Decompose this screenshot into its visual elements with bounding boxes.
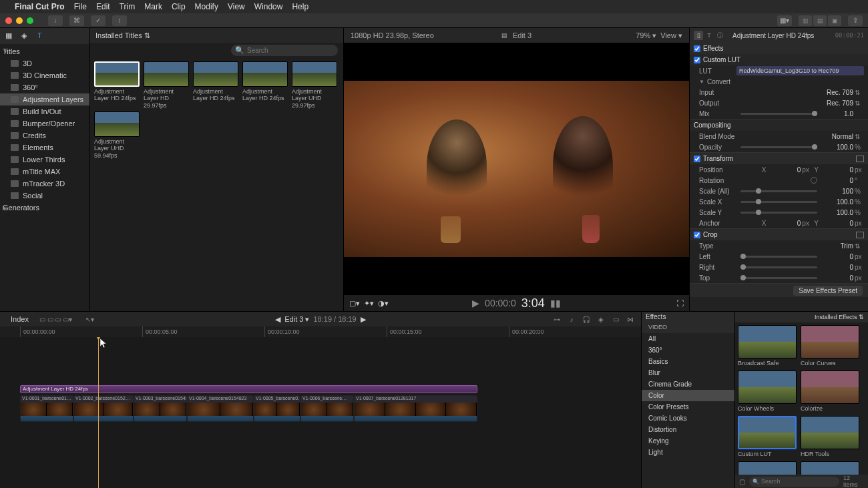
category-social[interactable]: Social xyxy=(0,190,89,202)
timeline-effects-button[interactable]: ▭ xyxy=(610,314,621,324)
crop-top-slider[interactable] xyxy=(740,277,817,279)
effects-category-distortion[interactable]: Distortion xyxy=(642,424,734,435)
toolbar-clip-appearance-button[interactable]: ▭ ▭ ▭ ▭▾ xyxy=(39,316,72,323)
titles-search-input[interactable]: 🔍 xyxy=(231,45,338,56)
menu-modify[interactable]: Modify xyxy=(195,2,218,11)
background-tasks-button[interactable]: ✓ xyxy=(91,15,105,26)
category-3d-cinematic[interactable]: 3D Cinematic xyxy=(0,69,89,81)
effects-category-keying[interactable]: Keying xyxy=(642,435,734,447)
effect-thumb[interactable]: Color Wheels xyxy=(738,371,797,412)
effect-thumb[interactable]: Broadcast Safe xyxy=(738,325,797,367)
timeline-prev-button[interactable]: ◀ xyxy=(275,315,280,324)
adjust-button[interactable]: ↕ xyxy=(112,15,127,26)
viewer-view-dropdown[interactable]: View ▾ xyxy=(660,31,682,40)
opacity-slider[interactable] xyxy=(740,146,817,148)
keyword-button[interactable]: ⌘ xyxy=(69,15,84,26)
library-icon[interactable]: ▦ xyxy=(5,31,15,41)
category-mtitle-max[interactable]: mTitle MAX xyxy=(0,166,89,178)
category-titles[interactable]: ▼Titles xyxy=(0,45,89,57)
viewer-zoom-dropdown[interactable]: 79% ▾ xyxy=(636,31,656,40)
opacity-value[interactable]: 100.0 xyxy=(821,144,853,151)
transform-checkbox[interactable] xyxy=(694,156,700,162)
scale-all-value[interactable]: 100 xyxy=(821,188,853,195)
crop-top-value[interactable]: 0 xyxy=(821,274,853,282)
effects-category-color-presets[interactable]: Color Presets xyxy=(642,401,734,413)
timeline-tracks[interactable]: Adjustment Layer HD 24fps V1-0001_barsce… xyxy=(0,337,641,488)
share-button[interactable]: ⇪ xyxy=(848,15,863,26)
timeline-ruler[interactable]: 00:00:00:00 00:00:05:00 00:00:10:00 00:0… xyxy=(0,326,641,337)
photos-icon[interactable]: ◈ xyxy=(21,31,31,41)
timeline-title-label[interactable]: Edit 3 ▾ xyxy=(284,315,309,324)
save-effects-preset-button[interactable]: Save Effects Preset xyxy=(793,286,863,296)
effect-thumb[interactable] xyxy=(801,461,859,475)
effects-category-color[interactable]: Color xyxy=(642,390,734,401)
scale-y-value[interactable]: 100.0 xyxy=(821,209,853,216)
app-menu[interactable]: Final Cut Pro xyxy=(15,2,65,11)
effects-category-all[interactable]: All xyxy=(642,333,734,344)
scale-y-slider[interactable] xyxy=(740,212,817,214)
position-y[interactable]: 0 xyxy=(821,166,853,174)
close-window-button[interactable] xyxy=(5,17,12,24)
playhead[interactable] xyxy=(98,337,99,488)
category-3d[interactable]: 3D xyxy=(0,57,89,69)
timeline-clip[interactable]: V1-0002_barscene0152… xyxy=(73,395,134,422)
scale-all-slider[interactable] xyxy=(740,190,817,192)
input-value[interactable]: Rec. 709 xyxy=(821,89,853,96)
effects-category-basics[interactable]: Basics xyxy=(642,356,734,367)
crop-box-icon[interactable] xyxy=(856,232,864,238)
effects-category-cinema-grade[interactable]: Cinema Grade xyxy=(642,379,734,390)
effects-filter-button[interactable]: ▢ xyxy=(739,478,745,485)
retime-tool-button[interactable]: ◑▾ xyxy=(378,299,389,308)
installed-effects-label[interactable]: Installed Effects ⇅ xyxy=(815,314,864,320)
rotation-dial-icon[interactable] xyxy=(811,177,817,184)
anchor-y[interactable]: 0 xyxy=(821,220,853,227)
play-button[interactable]: ▶ xyxy=(472,298,479,308)
timeline-index-button[interactable]: Index xyxy=(5,314,34,324)
timeline-clip[interactable]: V1-0006_barscene… xyxy=(300,395,354,422)
category-adjustment-layers[interactable]: Adjustment Layers xyxy=(0,93,89,105)
menu-file[interactable]: File xyxy=(74,2,87,11)
toolbar-select-tool[interactable]: ↖▾ xyxy=(85,316,94,323)
menu-mark[interactable]: Mark xyxy=(144,2,162,11)
crop-type-value[interactable]: Trim xyxy=(821,242,853,250)
inspector-tab-text[interactable]: T xyxy=(704,31,714,40)
title-thumb[interactable]: Adjustment Layer UHD 29.97fps xyxy=(292,61,339,109)
timeline-clip[interactable]: V1-0007_barscene01281317 xyxy=(354,395,477,422)
title-thumb[interactable]: Adjustment Layer HD 29.97fps xyxy=(144,61,190,109)
transform-box-icon[interactable] xyxy=(856,156,864,162)
timeline-adjustment-layer-clip[interactable]: Adjustment Layer HD 24fps xyxy=(20,385,477,393)
effect-thumb[interactable]: HDR Tools xyxy=(801,416,859,457)
fullscreen-button[interactable]: ⛶ xyxy=(676,299,684,307)
menu-edit[interactable]: Edit xyxy=(96,2,110,11)
import-button[interactable]: ↓ xyxy=(48,15,63,26)
viewer-canvas[interactable] xyxy=(344,43,689,295)
category-build-in-out[interactable]: Build In/Out xyxy=(0,105,89,117)
timeline-audio-skimming-button[interactable]: ♪ xyxy=(566,314,577,324)
category-credits[interactable]: Credits xyxy=(0,130,89,142)
category-elements[interactable]: Elements xyxy=(0,142,89,154)
effect-thumb[interactable] xyxy=(738,461,797,475)
menu-trim[interactable]: Trim xyxy=(120,2,136,11)
anchor-x[interactable]: 0 xyxy=(769,220,801,227)
titles-icon[interactable]: T xyxy=(37,31,47,41)
inspector-tab-video[interactable]: ▯ xyxy=(694,31,703,40)
minimize-window-button[interactable] xyxy=(16,17,23,24)
category-mtracker-3d[interactable]: mTracker 3D xyxy=(0,178,89,190)
effects-checkbox[interactable] xyxy=(694,45,700,52)
category-lower-thirds[interactable]: Lower Thirds xyxy=(0,154,89,166)
crop-checkbox[interactable] xyxy=(694,232,700,238)
effects-category-blur[interactable]: Blur xyxy=(642,367,734,379)
output-value[interactable]: Rec. 709 xyxy=(821,99,853,107)
title-thumb[interactable]: Adjustment Layer UHD 59.94fps xyxy=(94,111,141,159)
position-x[interactable]: 0 xyxy=(769,166,801,174)
enhance-tool-button[interactable]: ✦▾ xyxy=(364,299,374,308)
crop-left-value[interactable]: 0 xyxy=(821,253,853,260)
title-thumb[interactable]: Adjustment Layer HD 24fps xyxy=(242,61,289,109)
effect-thumb[interactable]: Colorize xyxy=(801,371,859,412)
timeline-toggle-button[interactable]: ▤ xyxy=(813,15,827,26)
effect-thumb[interactable]: Custom LUT xyxy=(738,416,797,457)
scale-x-value[interactable]: 100.0 xyxy=(821,198,853,206)
extensions-button[interactable]: ▦▾ xyxy=(777,15,792,26)
menu-window[interactable]: Window xyxy=(254,2,283,11)
scale-x-slider[interactable] xyxy=(740,201,817,203)
